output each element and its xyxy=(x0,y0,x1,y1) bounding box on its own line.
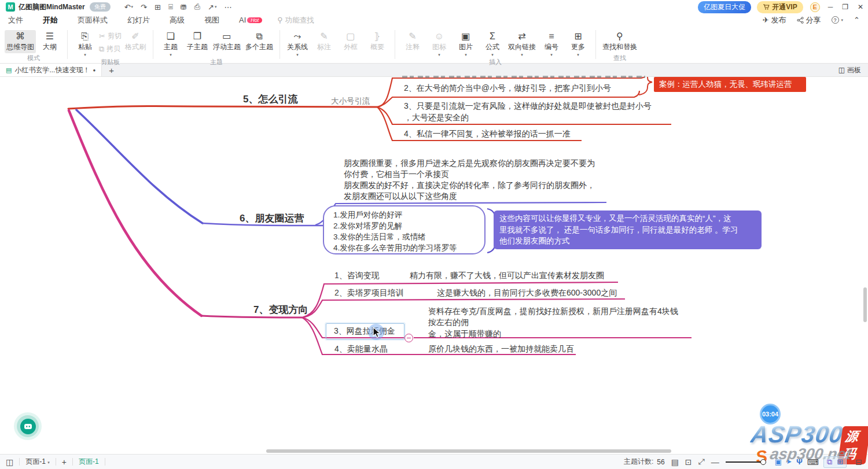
subtopic-icon: ❐ xyxy=(193,31,201,41)
format-painter-button[interactable]: ✐格式刷 xyxy=(123,30,148,53)
open-button[interactable]: ⌸ xyxy=(168,2,173,12)
mic-icon[interactable]: Ψ xyxy=(796,457,803,466)
undo-button[interactable]: ↶▾ xyxy=(124,3,133,12)
clipboard-icon[interactable]: ⧉ xyxy=(827,457,832,467)
topic-item[interactable]: 4、卖能量水晶 xyxy=(334,344,388,354)
pages-view-icon[interactable]: ▤ xyxy=(671,457,679,467)
topic-item[interactable]: 2、卖塔罗项目培训 xyxy=(334,288,404,298)
minimize-button[interactable]: ─ xyxy=(828,3,833,11)
topic-paragraph[interactable]: 朋友圈很重要，很多用戶进来之后是先观察你的朋友圈再决定要不要为 你付费，它相当于… xyxy=(344,158,595,202)
page-tab-active[interactable]: 页面-1 xyxy=(79,457,99,467)
more-insert-button[interactable]: ⊞更多▾ xyxy=(565,30,591,57)
topic-button[interactable]: ❏主题▾ xyxy=(158,30,183,57)
topic-note[interactable]: 这是赚大钱的，目前同行大多收费在600-3000之间 xyxy=(437,288,617,298)
topic-note[interactable]: 资料存在夸克/百度网盘，提前找好拉新授权，新用戶注册网盘有4块钱 按左右的佣 金… xyxy=(428,306,678,339)
bidirectional-link-button[interactable]: ⇄双向链接▾ xyxy=(506,30,538,57)
save-button[interactable]: ⛃ xyxy=(181,3,187,12)
mindmap-canvas[interactable]: 5、怎么引流 大小号引流 2、在大号的简介当中@小号，做好引导，把客户引到小号 … xyxy=(0,77,868,454)
subtopic-button[interactable]: ❐子主题 xyxy=(185,30,210,53)
paste-button[interactable]: ⎘粘贴▾ xyxy=(72,30,98,57)
topic-note[interactable]: 原价几块钱的东西，一被加持就能卖几百 xyxy=(428,344,574,354)
fullscreen-icon[interactable]: ⤢ xyxy=(698,457,705,467)
callout-button[interactable]: ✎标注 xyxy=(311,30,337,53)
summary-button[interactable]: ⦄概要 xyxy=(365,30,390,53)
collapse-statusbar-icon[interactable]: ⊟ xyxy=(855,457,862,467)
boundary-button[interactable]: ▢外框 xyxy=(338,30,363,53)
copy-button[interactable]: ⧉拷贝 xyxy=(99,43,122,54)
screenshare-icon[interactable]: ▣ xyxy=(775,457,782,466)
add-page-button[interactable]: + xyxy=(62,457,67,467)
topic-branch5-title[interactable]: 5、怎么引流 xyxy=(243,93,297,106)
new-doc-button[interactable]: ⊞ xyxy=(155,3,161,12)
tab-view[interactable]: 视图 xyxy=(204,15,219,25)
menu-bar: 文件 开始 页面样式 幻灯片 高级 视图 AI Hot ⚲ ✈发布 分享 ?▾ … xyxy=(0,14,868,26)
multi-topic-button[interactable]: ⧉多个主题 xyxy=(244,30,275,53)
floating-topic-button[interactable]: ▭浮动主题 xyxy=(211,30,242,53)
find-replace-button[interactable]: ⚲查找和替换 xyxy=(601,30,639,53)
avatar[interactable]: E xyxy=(810,2,820,12)
close-button[interactable]: ✕ xyxy=(858,3,863,11)
document-tab[interactable]: ▤ 小红书玄学...快速变现！ ● xyxy=(0,64,102,76)
formula-button[interactable]: Σ公式▾ xyxy=(480,30,505,57)
tab-ai[interactable]: AI Hot xyxy=(239,16,262,24)
topic-item[interactable]: 1、咨询变现 xyxy=(334,271,380,281)
zoom-out-button[interactable]: — xyxy=(711,457,719,467)
case-callout-box[interactable]: 案例：运营人劲猫，无畏、珉玮讲运营 xyxy=(654,77,806,92)
print-icon: ⎙ xyxy=(194,2,200,12)
icon-marker-button[interactable]: ☺图标▾ xyxy=(426,30,452,57)
search-input[interactable] xyxy=(285,16,337,24)
topic-item[interactable]: 2、在大号的简介当中@小号，做好引导，把客户引到小号 xyxy=(404,83,611,94)
vip-button[interactable]: 开通VIP xyxy=(757,1,803,13)
zoom-knob[interactable] xyxy=(760,459,766,465)
fit-view-icon[interactable]: ⊡ xyxy=(685,457,692,467)
page-overview-icon[interactable]: ◫ xyxy=(6,457,13,467)
topic-branch6-title[interactable]: 6、朋友圈运营 xyxy=(240,212,304,225)
apps-icon[interactable]: ⊞ xyxy=(837,457,843,466)
tab-file[interactable]: 文件 xyxy=(8,15,23,25)
comment-button[interactable]: ✎注释 xyxy=(400,30,425,53)
new-tab-button[interactable]: + xyxy=(102,65,121,75)
customize-toolbar-button[interactable]: ⋯ xyxy=(224,3,231,12)
vertical-scrollbar[interactable] xyxy=(863,287,867,322)
promo-badge[interactable]: 亿图夏日大促 xyxy=(698,1,751,13)
keyboard-icon[interactable]: ⌨ xyxy=(807,457,819,467)
numbering-button[interactable]: ≡编号▾ xyxy=(539,30,564,57)
tab-home[interactable]: 开始 xyxy=(43,15,58,25)
document-icon: ▤ xyxy=(6,67,12,74)
purple-note-box[interactable]: 这些内容可以让你显得又专业，又是一个活灵活现的真实的“人”，这 里我就不多说了，… xyxy=(494,211,762,249)
collapse-icon: ⌃ xyxy=(854,16,860,24)
relationship-button[interactable]: ⤳关系线▾ xyxy=(285,30,310,57)
mindmap-mode-button[interactable]: ⌘思维导图 xyxy=(5,30,36,53)
recording-timer-badge[interactable]: 03:04 xyxy=(760,404,781,424)
pointer-icon[interactable]: ➤ xyxy=(786,458,792,466)
picture-button[interactable]: ▣图片▾ xyxy=(453,30,479,57)
selected-topic-node[interactable]: 3、网盘拉新佣金 xyxy=(326,323,404,339)
board-panel-button[interactable]: ◫画板 xyxy=(838,65,868,75)
cut-icon: ✂ xyxy=(99,32,105,40)
collapse-handle[interactable] xyxy=(404,334,413,342)
topic-branch5-hint[interactable]: 大小号引流 xyxy=(331,96,370,106)
maximize-button[interactable]: ❐ xyxy=(842,3,848,11)
topic-item[interactable]: 4、私信一律不回复，这种被举报的话一抓一准 xyxy=(404,129,571,139)
topic-bubble[interactable]: 1.发用戶对你的好评 2.发你对塔罗的见解 3.发你的生活日常，或情绪 4.发你… xyxy=(323,205,486,254)
help-button[interactable]: ?▾ xyxy=(832,16,844,24)
horizontal-scrollbar[interactable] xyxy=(266,449,671,453)
topic-note[interactable]: 精力有限，赚不了大钱，但可以产出宣传素材发朋友圈 xyxy=(410,271,604,281)
tab-slideshow[interactable]: 幻灯片 xyxy=(127,15,150,25)
tab-advanced[interactable]: 高级 xyxy=(170,15,185,25)
zoom-slider[interactable] xyxy=(726,459,766,465)
topic-branch7-title[interactable]: 7、变现方向 xyxy=(253,303,308,316)
tab-page-style[interactable]: 页面样式 xyxy=(78,15,108,25)
outline-mode-button[interactable]: ☰大纲 xyxy=(37,30,62,53)
print-button[interactable]: ⎙ xyxy=(194,2,200,12)
redo-button[interactable]: ↷ xyxy=(141,3,147,12)
share-button[interactable]: 分享 xyxy=(797,15,821,25)
collapse-ribbon-button[interactable]: ⌃ xyxy=(854,16,860,24)
export-button[interactable]: ↗▾ xyxy=(208,3,216,12)
cut-button[interactable]: ✂剪切 xyxy=(99,31,122,42)
topic-item[interactable]: 3、只要是引流就一定有风险，这样做的好处就是即使被封也是封小号 ，大号还是安全的 xyxy=(404,101,652,123)
chevron-down-icon: ▾ xyxy=(84,53,86,56)
ai-assistant-button[interactable] xyxy=(14,412,42,440)
publish-button[interactable]: ✈发布 xyxy=(763,15,786,25)
page-selector[interactable]: 页面-1 ▾ xyxy=(25,457,50,467)
